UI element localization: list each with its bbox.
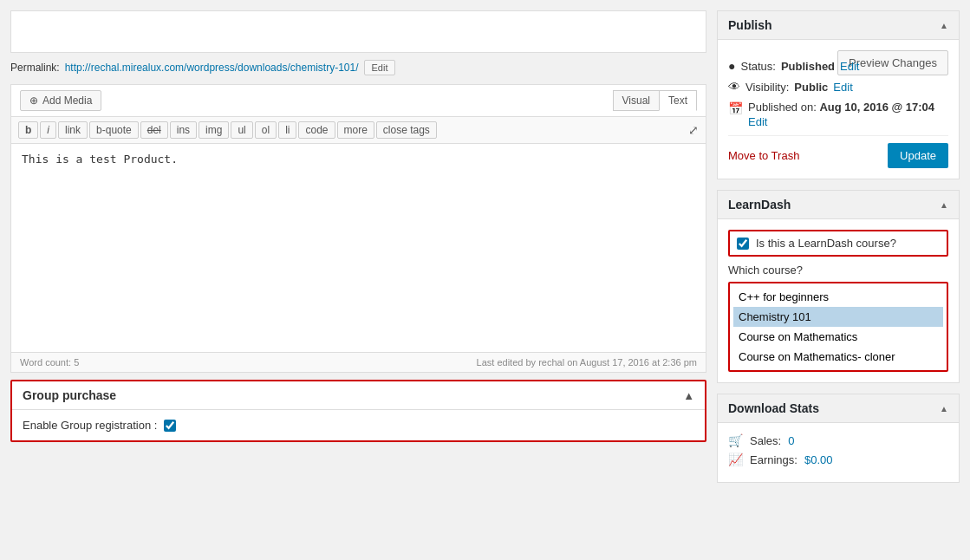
format-del-button[interactable]: del [140,121,168,139]
learndash-panel-title: LearnDash [728,198,791,212]
group-purchase-title: Group purchase [23,388,116,402]
course-list-select[interactable]: C++ for beginners Chemistry 101 Course o… [730,283,947,370]
publish-panel-title: Publish [728,18,772,32]
course-option-cpp[interactable]: C++ for beginners [733,287,943,307]
format-bquote-button[interactable]: b-quote [89,121,139,139]
tab-visual[interactable]: Visual [613,90,659,111]
format-bold-button[interactable]: b [18,121,38,139]
post-title-input[interactable]: Chemistry 101 [22,20,695,43]
published-on-label: Published on: [748,101,817,114]
download-stats-panel-title: Download Stats [728,401,819,415]
learndash-course-checkbox-label[interactable]: Is this a LearnDash course? [756,237,896,250]
visibility-label: Visibility: [745,81,789,94]
last-edited: Last edited by rechal on August 17, 2016… [477,357,697,368]
group-purchase-toggle-icon[interactable]: ▲ [683,389,694,402]
enable-group-registration-label: Enable Group registration : [23,419,157,432]
status-icon: ● [728,59,735,73]
update-button[interactable]: Update [888,143,948,168]
which-course-label: Which course? [728,264,948,277]
published-date-edit-link[interactable]: Edit [748,115,934,128]
sales-icon: 🛒 [728,433,743,447]
format-img-button[interactable]: img [199,121,229,139]
visibility-edit-link[interactable]: Edit [833,81,852,94]
expand-editor-icon[interactable]: ⤢ [688,123,699,137]
earnings-value-link[interactable]: $0.00 [804,453,833,466]
course-option-chem101[interactable]: Chemistry 101 [733,307,943,327]
permalink-url[interactable]: http://rechal.mirealux.com/wordpress/dow… [65,62,359,74]
format-more-button[interactable]: more [337,121,374,139]
status-edit-link[interactable]: Edit [840,60,859,73]
calendar-icon: 📅 [728,101,743,115]
publish-panel-chevron-icon[interactable]: ▲ [940,21,948,30]
earnings-icon: 📈 [728,453,743,466]
media-icon: ⊕ [29,94,38,107]
permalink-edit-button[interactable]: Edit [364,60,396,75]
earnings-label: Earnings: [750,453,797,466]
format-ul-button[interactable]: ul [231,121,252,139]
download-stats-panel-chevron-icon[interactable]: ▲ [940,404,948,413]
course-option-math[interactable]: Course on Mathematics [733,327,943,347]
move-to-trash-link[interactable]: Move to Trash [728,149,799,162]
format-code-button[interactable]: code [298,121,335,139]
add-media-button[interactable]: ⊕ Add Media [20,90,101,111]
learndash-course-checkbox[interactable] [737,238,749,250]
format-ol-button[interactable]: ol [255,121,277,139]
enable-group-registration-checkbox[interactable] [164,420,176,432]
learndash-panel-chevron-icon[interactable]: ▲ [940,200,948,210]
permalink-label: Permalink: [10,62,60,74]
published-date-value: Aug 10, 2016 @ 17:04 [819,101,934,114]
tab-text[interactable]: Text [659,90,697,111]
sales-value-link[interactable]: 0 [788,434,794,447]
status-label: Status: [740,60,775,73]
visibility-icon: 👁 [728,80,740,94]
format-italic-button[interactable]: i [40,121,56,139]
course-option-math-cloner[interactable]: Course on Mathematics- cloner [733,347,943,367]
visibility-value: Public [794,81,828,94]
word-count: Word count: 5 [20,357,79,368]
format-ins-button[interactable]: ins [170,121,197,139]
format-li-button[interactable]: li [278,121,296,139]
format-link-button[interactable]: link [58,121,88,139]
format-close-tags-button[interactable]: close tags [376,121,437,139]
sales-label: Sales: [750,434,781,447]
editor-content-area[interactable]: This is a test Product. [11,144,706,352]
status-value: Published [781,60,835,73]
